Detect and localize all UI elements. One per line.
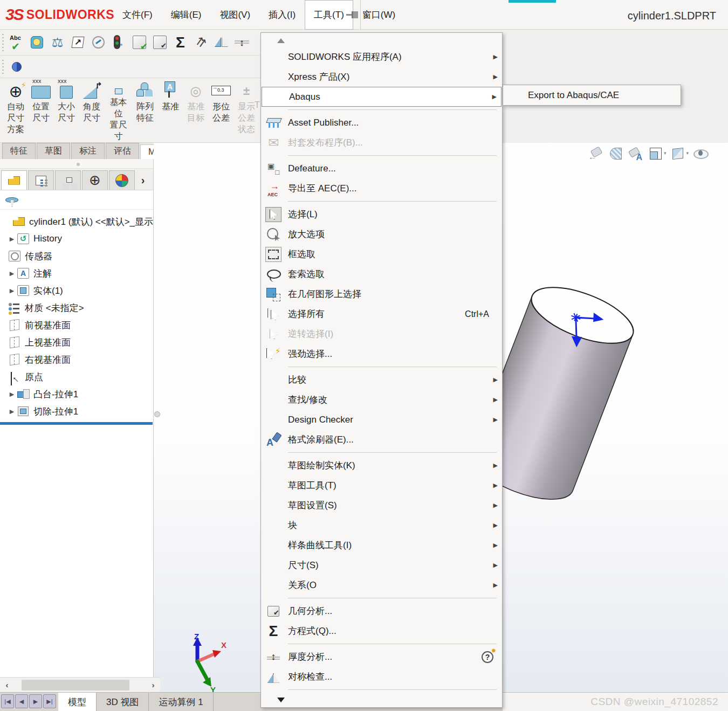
tree-item-row[interactable]: ▶ History	[0, 230, 153, 247]
command-tab[interactable]: 标注	[71, 143, 105, 159]
hud-button[interactable]	[587, 145, 604, 161]
mbd-toolbar-button[interactable]: 角度尺寸	[79, 80, 104, 142]
mbd-toolbar-button[interactable]: 基本位置尺寸 ▼	[105, 80, 132, 142]
menu-item[interactable]: 方程式(Q)... ? ▶	[261, 621, 502, 641]
menu-item[interactable]: 对称检查... ? ▶	[261, 667, 502, 687]
mbd-toolbar-button[interactable]: 基准目标	[183, 80, 208, 142]
menu-item[interactable]: 几何分析... ? ▶	[261, 601, 502, 621]
menu-item[interactable]: ? ▶	[261, 687, 502, 693]
menu-item[interactable]: ? ▶	[261, 693, 502, 706]
hud-button[interactable]: ▾	[647, 145, 667, 161]
toolbar-button[interactable]	[90, 33, 107, 51]
menu-item[interactable]: 选择所有 Ctrl+A ? ▶	[261, 304, 502, 324]
tree-item-row[interactable]: ▶ 切除-拉伸1	[0, 403, 153, 420]
hud-button[interactable]	[692, 145, 709, 161]
tree-item-row[interactable]: ▶ 凸台-拉伸1	[0, 385, 153, 403]
tree-item-row[interactable]: ▶ 原点	[0, 368, 153, 385]
scroll-left-icon[interactable]: ‹	[0, 680, 14, 689]
expand-arrow-icon[interactable]: ▶	[8, 270, 16, 277]
panel-tab[interactable]	[1, 170, 27, 190]
expand-arrow-icon[interactable]: ▶	[8, 287, 16, 294]
menu-item[interactable]: Xpress 产品(X) ? ▶	[261, 67, 502, 87]
menubar-item[interactable]: 视图(V)	[210, 0, 259, 30]
menu-item[interactable]: 比较 ? ▶	[261, 370, 502, 390]
tree-item-row[interactable]: ▶ 上视基准面	[0, 334, 153, 351]
menu-item[interactable]: 格式涂刷器(E)... ? ▶	[261, 430, 502, 450]
menu-item[interactable]: 草图设置(S) ? ▶	[261, 495, 502, 515]
menu-item[interactable]: ? ▶	[261, 107, 502, 113]
tree-horizontal-scrollbar[interactable]: ‹ ›	[0, 677, 160, 692]
toolbar-grip-2[interactable]	[2, 59, 4, 74]
tree-filter-row[interactable]	[0, 190, 153, 210]
scroll-right-icon[interactable]: ›	[146, 680, 160, 689]
panel-tab[interactable]	[28, 170, 54, 190]
toolbar-button[interactable]	[28, 33, 46, 51]
document-tab[interactable]: 模型	[58, 693, 97, 711]
menu-item[interactable]: 逆转选择(I) ? ▶	[261, 324, 502, 344]
menu-item[interactable]: ? ▶	[261, 450, 502, 455]
menubar-item[interactable]: 文件(F)	[113, 0, 162, 30]
menu-item[interactable]: ? ▶	[261, 364, 502, 370]
rollback-bar[interactable]	[0, 422, 153, 425]
menu-item[interactable]: Abaqus ? ▶	[262, 87, 502, 107]
tree-item-row[interactable]: ▶ 实体(1)	[0, 282, 153, 299]
menu-item[interactable]: ? ▶	[261, 153, 502, 158]
toolbar-button[interactable]	[171, 33, 189, 51]
mbd-toolbar-button[interactable]: 形位公差	[209, 80, 233, 142]
menubar-item[interactable]: 编辑(E)	[162, 0, 211, 30]
command-tab[interactable]: 特征	[2, 143, 36, 159]
scrollbar-track[interactable]	[14, 680, 146, 691]
menu-item[interactable]: 框选取 ? ▶	[261, 244, 502, 264]
menu-item[interactable]: ? ▶	[261, 641, 502, 647]
menu-item[interactable]: 放大选项 ? ▶	[261, 224, 502, 244]
panel-tab[interactable]	[109, 170, 135, 190]
panel-tab[interactable]	[82, 170, 108, 190]
panel-tabs-expand-button[interactable]: ›	[136, 170, 150, 190]
menu-item[interactable]: SOLIDWORKS 应用程序(A) ? ▶	[261, 47, 502, 67]
menu-item[interactable]: 强劲选择... ? ▶	[261, 344, 502, 364]
sheet-nav-button[interactable]: ▶|	[43, 694, 56, 708]
panel-resize-splitter[interactable]	[154, 159, 161, 678]
toolbar-button[interactable]	[212, 33, 230, 51]
mbd-toolbar-button[interactable]: 阵列特征	[133, 80, 157, 142]
sheet-nav-button[interactable]: |◀	[1, 694, 14, 708]
menubar-item[interactable]: 插入(I)	[259, 0, 305, 30]
toolbar-button[interactable]	[69, 33, 87, 51]
pin-icon[interactable]	[345, 10, 359, 20]
menu-item[interactable]: 套索选取 ? ▶	[261, 264, 502, 284]
menu-item[interactable]: Defeature... ? ▶	[261, 158, 502, 178]
toolbar-button[interactable]	[233, 33, 251, 51]
tree-item-row[interactable]: ▶ 前视基准面	[0, 316, 153, 334]
mbd-toolbar-button[interactable]: 大小尺寸	[54, 80, 79, 142]
toolbar-button[interactable]	[8, 33, 25, 51]
panel-splitter-handle[interactable]	[0, 159, 153, 169]
menu-item[interactable]: 厚度分析... ? ▶	[261, 647, 502, 667]
menu-item[interactable]: 在几何图形上选择 ? ▶	[261, 284, 502, 304]
toolbar-button[interactable]	[131, 33, 148, 51]
tree-item-row[interactable]: ▶ 传感器	[0, 247, 153, 265]
menu-item[interactable]: 关系(O ? ▶	[261, 575, 502, 595]
tree-item-row[interactable]: ▶ 右视基准面	[0, 351, 153, 368]
mbd-toolbar-button[interactable]: 位置尺寸	[29, 80, 53, 142]
tree-item-row[interactable]: ▶ 材质 <未指定>	[0, 299, 153, 316]
menu-item[interactable]: 封套发布程序(B)... ? ▶	[261, 133, 502, 153]
hud-button[interactable]	[607, 145, 624, 161]
sheet-nav-button[interactable]: ▶	[29, 694, 42, 708]
menu-item[interactable]: Asset Publisher... ? ▶	[261, 113, 502, 133]
menu-item[interactable]: 样条曲线工具(I) ? ▶	[261, 535, 502, 555]
sheet-nav-button[interactable]: ◀	[15, 694, 28, 708]
menu-item[interactable]: Design Checker ? ▶	[261, 410, 502, 430]
command-tab[interactable]: 草图	[37, 143, 70, 159]
toolbar-button[interactable]	[151, 33, 169, 51]
expand-arrow-icon[interactable]: ▶	[8, 236, 16, 243]
mbd-toolbar-button[interactable]: 基准	[158, 80, 183, 142]
help-icon[interactable]: ?	[482, 651, 493, 663]
expand-arrow-icon[interactable]: ▶	[8, 408, 16, 415]
menu-item[interactable]: 块 ? ▶	[261, 515, 502, 535]
expand-arrow-icon[interactable]: ▶	[8, 391, 16, 398]
toolbar-button[interactable]	[110, 33, 128, 51]
menu-item[interactable]: 导出至 AEC(E)... ? ▶	[261, 178, 502, 198]
toolbar-button[interactable]	[192, 33, 210, 51]
menu-item[interactable]: 草图工具(T) ? ▶	[261, 475, 502, 495]
cylinder-model[interactable]	[496, 272, 674, 530]
